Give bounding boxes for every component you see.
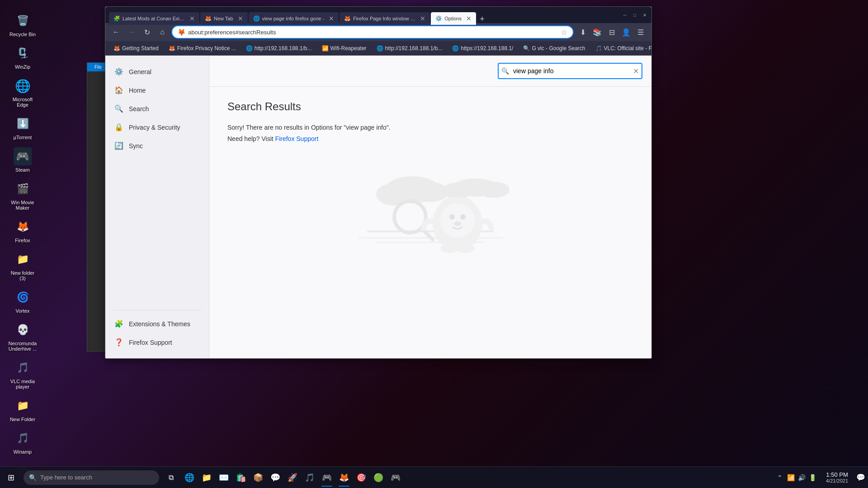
home-icon: 🏠 bbox=[114, 86, 123, 94]
tab-options[interactable]: ⚙️ Options ✕ bbox=[431, 12, 476, 25]
mail-taskbar-icon: ✉️ bbox=[219, 473, 229, 483]
tab-options-close[interactable]: ✕ bbox=[466, 15, 472, 22]
taskbar-firefox-icon[interactable]: 🦊 bbox=[335, 468, 353, 488]
taskbar-search-bar[interactable]: 🔍 Type here to search bbox=[24, 470, 159, 485]
sidebar-search-label: Search bbox=[129, 105, 149, 113]
bookmark-getting-started[interactable]: 🦊 Getting Started bbox=[110, 44, 162, 52]
close-button[interactable]: ✕ bbox=[642, 12, 648, 18]
taskbar-steam-icon[interactable]: 🎮 bbox=[318, 468, 335, 488]
firefox-support-link[interactable]: Firefox Support bbox=[275, 135, 319, 142]
maximize-button[interactable]: □ bbox=[632, 12, 638, 18]
taskbar: ⊞ 🔍 Type here to search ⧉ 🌐 📁 ✉️ 🛍️ 📦 💬 … bbox=[0, 466, 868, 488]
tab-view-page-close[interactable]: ✕ bbox=[329, 15, 334, 22]
pref-search-wrapper: 🔍 ✕ bbox=[498, 63, 642, 79]
notification-button[interactable]: 💬 bbox=[854, 470, 868, 485]
bookmark-http-favicon-1: 🌐 bbox=[246, 45, 253, 52]
sidebar-item-general[interactable]: ⚙️ General bbox=[105, 63, 209, 80]
pref-search-clear-button[interactable]: ✕ bbox=[633, 67, 639, 75]
tab-bar: 🧩 Latest Mods at Conan Exiles N... ✕ 🦊 N… bbox=[109, 7, 618, 23]
forward-button[interactable]: → bbox=[125, 26, 138, 38]
bookmark-star[interactable]: ☆ bbox=[561, 28, 567, 37]
taskbar-clock[interactable]: 1:50 PM 4/21/2021 bbox=[821, 471, 854, 483]
reload-button[interactable]: ↻ bbox=[141, 26, 153, 38]
nav-bar: ← → ↻ ⌂ 🦊 about:preferences#searchResult… bbox=[105, 23, 651, 41]
tab-new[interactable]: 🦊 New Tab ✕ bbox=[200, 12, 248, 25]
taskbar-steam2-icon[interactable]: 🎮 bbox=[387, 468, 404, 488]
steam2-taskbar-icon: 🎮 bbox=[391, 473, 401, 483]
taskbar-explorer-icon[interactable]: 📁 bbox=[198, 468, 215, 488]
bookmark-https-label: https://192.168.188.1/ bbox=[461, 45, 513, 52]
menu-button[interactable]: ☰ bbox=[634, 26, 647, 38]
sidebar-support-label: Firefox Support bbox=[129, 339, 172, 346]
dropbox-taskbar-icon: 📦 bbox=[253, 473, 263, 483]
bookmark-google-vlc-label: G vlc - Google Search bbox=[532, 45, 585, 52]
library-button[interactable]: 📚 bbox=[591, 26, 604, 38]
tray-chevron[interactable]: ⌃ bbox=[775, 473, 784, 482]
back-button[interactable]: ← bbox=[110, 26, 123, 38]
sidebar-item-extensions-themes[interactable]: 🧩 Extensions & Themes bbox=[105, 315, 209, 333]
svg-point-17 bbox=[454, 221, 461, 226]
pref-search-input[interactable] bbox=[498, 63, 642, 79]
tab-new-close[interactable]: ✕ bbox=[238, 15, 243, 22]
bookmark-firefox-privacy[interactable]: 🦊 Firefox Privacy Notice ... bbox=[165, 44, 240, 52]
taskbar-app1-icon[interactable]: 🚀 bbox=[284, 468, 301, 488]
desktop-icon-winzip[interactable]: 🗜️ WinZip bbox=[5, 42, 41, 72]
desktop-icon-recycle-bin[interactable]: 🗑️ Recycle Bin bbox=[5, 9, 41, 40]
tab-view-page-info[interactable]: 🌐 view page info firefox gone - ✕ bbox=[249, 12, 339, 25]
bookmark-http-192-1[interactable]: 🌐 http://192.168.188.1/b... bbox=[242, 44, 316, 52]
home-button[interactable]: ⌂ bbox=[156, 26, 169, 38]
desktop-icon-vortex[interactable]: 🌀 Vortex bbox=[5, 286, 41, 316]
desktop-icon-vlc-desktop[interactable]: 🎵 VLC media player bbox=[5, 356, 41, 392]
taskbar-dropbox-icon[interactable]: 📦 bbox=[250, 468, 267, 488]
taskbar-mail-icon[interactable]: ✉️ bbox=[215, 468, 232, 488]
task-view-button[interactable]: ⧉ bbox=[161, 468, 181, 488]
taskbar-vlc-icon[interactable]: 🎵 bbox=[301, 468, 318, 488]
sidebar-item-privacy-security[interactable]: 🔒 Privacy & Security bbox=[105, 118, 209, 136]
svg-point-4 bbox=[442, 183, 473, 199]
taskbar-discord-icon[interactable]: 💬 bbox=[267, 468, 284, 488]
browser-window: 🧩 Latest Mods at Conan Exiles N... ✕ 🦊 N… bbox=[105, 6, 652, 359]
taskbar-edge-icon[interactable]: 🌐 bbox=[181, 468, 198, 488]
taskbar-app2-icon[interactable]: 🎯 bbox=[353, 468, 370, 488]
sidebar-item-firefox-support[interactable]: ❓ Firefox Support bbox=[105, 333, 209, 351]
bookmark-http-192-2[interactable]: 🌐 http://192.168.188.1/b... bbox=[373, 44, 446, 52]
bookmark-google-vlc[interactable]: 🔍 G vlc - Google Search bbox=[519, 44, 589, 52]
desktop-icon-edge[interactable]: 🌐 Microsoft Edge bbox=[5, 74, 41, 110]
tab-firefox-page-info[interactable]: 🦊 Firefox Page Info window | Fire... ✕ bbox=[340, 12, 430, 25]
svg-point-19 bbox=[457, 244, 475, 253]
store-taskbar-icon: 🛍️ bbox=[236, 473, 246, 483]
desktop-icon-new-folder[interactable]: 📁 New Folder bbox=[5, 394, 41, 425]
bookmark-vlc-official[interactable]: 🎵 VLC: Official site - Free... bbox=[592, 44, 652, 52]
tab-firefox-page-close[interactable]: ✕ bbox=[420, 15, 425, 22]
downloads-button[interactable]: ⬇ bbox=[576, 26, 589, 38]
tab-new-favicon: 🦊 bbox=[205, 15, 211, 22]
url-bar[interactable]: 🦊 about:preferences#searchResults ☆ bbox=[171, 25, 574, 39]
taskbar-tray: ⌃ 📶 🔊 🔋 bbox=[772, 473, 821, 482]
tray-volume[interactable]: 🔊 bbox=[797, 473, 806, 482]
bookmarks-bar: 🦊 Getting Started 🦊 Firefox Privacy Noti… bbox=[105, 41, 651, 56]
desktop-icon-winamp[interactable]: 🎵 Winamp bbox=[5, 427, 41, 457]
account-button[interactable]: 👤 bbox=[620, 26, 632, 38]
desktop-icon-firefox-desktop[interactable]: 🦊 Firefox bbox=[5, 215, 41, 246]
sidebar-item-sync[interactable]: 🔄 Sync bbox=[105, 137, 209, 155]
tab-conan[interactable]: 🧩 Latest Mods at Conan Exiles N... ✕ bbox=[109, 12, 199, 25]
tray-battery[interactable]: 🔋 bbox=[808, 473, 817, 482]
minimize-button[interactable]: ─ bbox=[622, 12, 628, 18]
sidebar-item-home[interactable]: 🏠 Home bbox=[105, 81, 209, 99]
bookmark-https-192[interactable]: 🌐 https://192.168.188.1/ bbox=[448, 44, 517, 52]
start-button[interactable]: ⊞ bbox=[0, 467, 22, 488]
tray-network[interactable]: 📶 bbox=[786, 473, 795, 482]
tab-view-page-favicon: 🌐 bbox=[253, 15, 259, 22]
sidebar-toggle[interactable]: ⊟ bbox=[605, 26, 618, 38]
taskbar-nvidia-icon[interactable]: 🟢 bbox=[370, 468, 387, 488]
desktop-icon-steam[interactable]: 🎮 Steam bbox=[5, 145, 41, 175]
desktop-icon-new-folder-3[interactable]: 📁 New folder (3) bbox=[5, 248, 41, 284]
desktop-icon-utorrent[interactable]: ⬇️ µTorrent bbox=[5, 112, 41, 143]
tab-conan-close[interactable]: ✕ bbox=[189, 15, 195, 22]
desktop-icon-win-movie-maker[interactable]: 🎬 Win Movie Maker bbox=[5, 177, 41, 213]
desktop-icon-necromunda[interactable]: 💀 Necromunda Underhive ... bbox=[5, 318, 41, 354]
add-tab-button[interactable]: + bbox=[477, 14, 487, 24]
bookmark-wifi[interactable]: 📶 Wifi-Reapeater bbox=[318, 44, 370, 52]
sidebar-item-search[interactable]: 🔍 Search bbox=[105, 100, 209, 117]
taskbar-store-icon[interactable]: 🛍️ bbox=[232, 468, 250, 488]
